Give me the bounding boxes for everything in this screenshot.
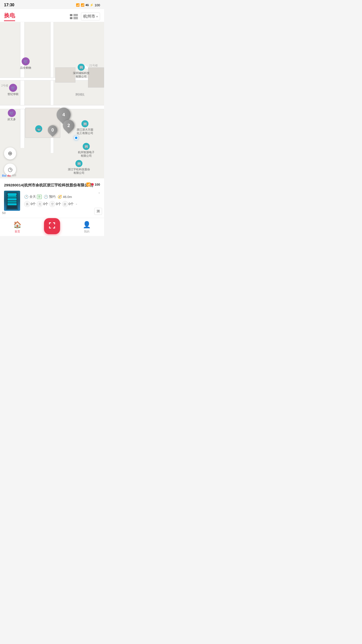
marker-label: 品全购物: [20, 66, 31, 70]
slot-count-charge: 0个: [43, 202, 48, 206]
city-selector[interactable]: 杭州市 ▾: [81, 13, 100, 20]
battery-level: 100: [95, 3, 100, 7]
pin-2[interactable]: 2: [63, 120, 74, 131]
bottom-navigation: 🏠 首页 👤 我的: [0, 218, 104, 236]
marker-hangzhou-co[interactable]: 🏢 杭州智源电子有限公司: [78, 143, 95, 158]
page-title: 换电: [4, 12, 15, 21]
signal-badge: 📶 100: [86, 182, 100, 186]
pin-0[interactable]: 0: [48, 125, 57, 135]
slot-icon-empty: 空: [49, 201, 55, 207]
building-label-3: 杭州智源电子有限公司: [78, 150, 95, 158]
network-icon: 4G: [85, 4, 89, 7]
nav-profile[interactable]: 👤 我的: [69, 221, 104, 233]
shopping-icon: 🛒: [22, 57, 30, 65]
station-card: 299280014(杭州市余杭区浙江宇松科技股份有限公司) 📶 100 -: [0, 178, 104, 218]
station-image: [4, 191, 20, 211]
svg-rect-2: [73, 15, 78, 16]
marker-label-2: 世纪华联: [8, 92, 19, 96]
building-label-2: 浙江浙大方圆化工有限公司: [77, 128, 93, 135]
slot-empty: 空 0个: [49, 201, 61, 207]
clock-icon-2: 🕐: [44, 195, 48, 199]
svg-rect-0: [70, 14, 72, 16]
nav-home[interactable]: 🏠 首页: [0, 221, 35, 233]
building-block-2: [55, 67, 75, 83]
number-50: 50: [2, 211, 6, 215]
map-text-3: 3号楼: [75, 93, 82, 96]
slot-count-swap: 0个: [31, 202, 36, 206]
battery-charging-icon: ⚡: [90, 3, 94, 7]
building-icon-4: 🏢: [75, 160, 82, 167]
svg-rect-20: [54, 226, 55, 228]
clock-icon: 🕐: [24, 195, 28, 199]
building-block-3: [88, 67, 104, 88]
map-text-2: 2号楼: [1, 84, 8, 88]
marker-shenzhen-co[interactable]: 🏢 深圳城铄科技有限公司: [73, 64, 89, 78]
svg-rect-12: [8, 203, 17, 205]
slot-icon-charge: 充: [37, 201, 43, 207]
bus-icon: 🚌: [37, 127, 41, 131]
user-location-dot: [74, 136, 78, 140]
status-icons: 📶 📶 4G ⚡ 100: [76, 3, 100, 7]
battery-slots-row: 换 0个 充 0个 空 0个 故 0个 -: [24, 201, 100, 207]
shopping-icon-2: 🛒: [9, 84, 17, 92]
marker-zhejiang-co1[interactable]: 🏢 浙江浙大方圆化工有限公司: [77, 120, 93, 135]
svg-rect-3: [70, 17, 72, 19]
navigate-icon: 🧭: [58, 195, 62, 199]
pin-body-2: 2: [60, 117, 77, 134]
marker-pinquangouwu[interactable]: 🛒 品全购物: [20, 57, 31, 70]
pin-body-0: 0: [46, 123, 59, 137]
history-icon: ◷: [8, 166, 13, 173]
svg-rect-9: [8, 196, 17, 198]
marker-yusong-co[interactable]: 🏢 浙江宇松科技股份有限公司: [68, 160, 90, 175]
station-title: 299280014(杭州市余杭区浙江宇松科技股份有限公司): [4, 182, 100, 188]
marker-haoyouduo[interactable]: 🛒 好又多: [8, 109, 16, 121]
home-label: 首页: [15, 230, 20, 233]
header-right: 杭州市 ▾: [70, 13, 100, 20]
svg-rect-10: [8, 198, 17, 200]
slot-charge: 充 0个: [37, 201, 48, 207]
profile-icon: 👤: [83, 221, 91, 229]
map-watermark: Baidu 地图: [2, 174, 16, 177]
hours-tag: 🕐 全天 营: [24, 194, 42, 199]
station-tags: 🕐 全天 营 🕐 预约 🧭 46.0m: [24, 194, 100, 199]
svg-rect-5: [73, 18, 78, 19]
chevron-down-icon: ▾: [96, 15, 98, 18]
map-view[interactable]: ←→ 🛒 品全购物 🛒 世纪华联 🛒 好又多 🏢 深圳城铄科技有限公司 🏢 浙江…: [0, 22, 104, 178]
home-icon: 🏠: [13, 221, 21, 229]
svg-rect-14: [49, 222, 50, 224]
signal-value: 100: [95, 183, 100, 186]
building-label-1: 深圳城铄科技有限公司: [73, 71, 89, 78]
slot-count-fault: 0个: [69, 202, 74, 206]
marker-label-3: 好又多: [8, 117, 16, 121]
svg-rect-8: [8, 193, 17, 195]
signal-error-dot: [91, 183, 94, 186]
list-view-button[interactable]: [70, 14, 78, 20]
location-control-button[interactable]: ⊕: [4, 147, 16, 159]
building-icon-2: 🏢: [81, 120, 88, 127]
svg-rect-1: [73, 14, 78, 15]
app-header: 换电 杭州市 ▾: [0, 9, 104, 22]
distance-label: 46.0m: [63, 195, 72, 199]
more-icon: -: [76, 202, 77, 207]
shopping-icon-3: 🛒: [8, 109, 16, 117]
bus-stop-marker[interactable]: 🚌: [35, 125, 42, 132]
location-icon: ⊕: [8, 150, 12, 157]
pin-count-2: 2: [67, 123, 70, 128]
explore-button[interactable]: 测: [94, 208, 102, 215]
open-icon: 营: [37, 195, 42, 199]
hours-label: 全天: [29, 194, 36, 199]
svg-rect-4: [73, 17, 78, 18]
building-label-4: 浙江宇松科技股份有限公司: [68, 168, 90, 175]
map-text-21: 21号楼: [89, 64, 98, 67]
city-name: 杭州市: [83, 14, 95, 19]
nav-scan[interactable]: [35, 218, 69, 236]
svg-rect-18: [49, 226, 50, 228]
reservation-label: 预约: [49, 194, 56, 199]
scan-button[interactable]: [44, 218, 60, 234]
station-details: 🕐 全天 营 🕐 预约 🧭 46.0m 换 0个: [24, 194, 100, 207]
pin-count-0: 0: [51, 128, 54, 133]
svg-rect-16: [54, 222, 55, 224]
marker-shijihuilian[interactable]: 🛒 世纪华联: [8, 84, 19, 96]
distance-tag: 🧭 46.0m: [58, 195, 72, 199]
scan-icon: [49, 222, 56, 230]
